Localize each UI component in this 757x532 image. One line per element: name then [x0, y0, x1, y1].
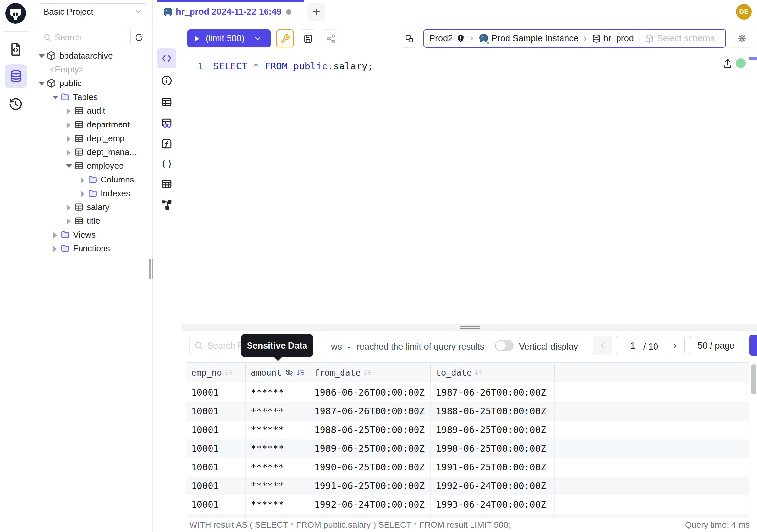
tree-item-audit[interactable]: audit: [31, 104, 153, 118]
caret-right-icon[interactable]: [66, 150, 71, 154]
table-cell[interactable]: 10001: [186, 514, 246, 517]
column-header-emp_no[interactable]: emp_no: [186, 363, 246, 383]
caret-right-icon[interactable]: [66, 122, 71, 127]
sidebar-search[interactable]: [39, 29, 126, 46]
table-cell[interactable]: ******: [246, 458, 309, 477]
code-panel-button[interactable]: [157, 48, 176, 68]
caret-right-icon[interactable]: [66, 205, 71, 209]
table-row[interactable]: 10001******1989-06-25T00:00:00Z1990-06-2…: [186, 439, 749, 458]
refresh-button[interactable]: [130, 29, 147, 46]
tree-item-functions[interactable]: Functions: [31, 241, 153, 255]
tree-item-bbdataarchive[interactable]: bbdataarchive: [31, 49, 153, 63]
table-cell[interactable]: ******: [246, 439, 309, 458]
table-cell[interactable]: 10001: [186, 495, 246, 514]
table-cell[interactable]: 1990-06-25T00:00:00Z: [431, 439, 555, 458]
save-button[interactable]: [299, 29, 317, 47]
column-header-empty[interactable]: [555, 363, 749, 383]
caret-right-icon[interactable]: [52, 232, 57, 237]
panel-resize-handle[interactable]: [460, 326, 480, 331]
table-cell[interactable]: 1992-06-24T00:00:00Z: [431, 477, 555, 495]
caret-right-icon[interactable]: [80, 177, 84, 182]
sql-editor-pane[interactable]: 1 SELECT * FROM public.salary;: [181, 55, 757, 324]
schema-select[interactable]: Select schema: [639, 30, 720, 47]
tree-item-title[interactable]: title: [31, 214, 153, 228]
table-scrollbar-thumb[interactable]: [751, 364, 756, 394]
sort-icon[interactable]: [474, 368, 483, 377]
tree-item-salary[interactable]: salary: [31, 200, 153, 214]
table-cell[interactable]: 10001: [186, 421, 246, 439]
table-cell[interactable]: [555, 495, 749, 514]
external-tables-panel-button[interactable]: [157, 174, 176, 194]
connection-button[interactable]: [401, 29, 417, 48]
table-cell[interactable]: 10001: [186, 458, 246, 477]
table-row[interactable]: 10001******1988-06-25T00:00:00Z1989-06-2…: [186, 421, 749, 439]
user-avatar[interactable]: DE: [736, 4, 752, 20]
table-cell[interactable]: 1987-06-26T00:00:00Z: [309, 402, 431, 421]
sort-icon[interactable]: [296, 368, 305, 377]
tree-item-department[interactable]: department: [31, 118, 153, 131]
prev-page-button[interactable]: [593, 336, 612, 355]
caret-right-icon[interactable]: [66, 218, 71, 223]
caret-right-icon[interactable]: [52, 246, 57, 251]
table-cell[interactable]: [555, 514, 749, 517]
tree-item-dept-mana-[interactable]: dept_mana...: [31, 145, 153, 159]
add-tab-button[interactable]: +: [307, 3, 325, 21]
info-panel-button[interactable]: [157, 71, 176, 90]
share-button[interactable]: [322, 29, 340, 47]
tree-item-indexes[interactable]: Indexes: [31, 186, 153, 200]
table-cell[interactable]: 1993-06-24T00:00:00Z: [309, 514, 431, 517]
table-cell[interactable]: 1988-06-25T00:00:00Z: [309, 421, 431, 439]
tree-item-dept-emp[interactable]: dept_emp: [31, 131, 153, 145]
run-query-button[interactable]: (limit 500): [187, 29, 271, 47]
table-cell[interactable]: ******: [246, 402, 309, 421]
tree-item--empty-[interactable]: <Empty>: [31, 63, 153, 76]
functions-panel-button[interactable]: [157, 134, 176, 154]
procedures-panel-button[interactable]: (): [157, 154, 176, 173]
upload-icon[interactable]: [722, 58, 733, 69]
next-page-button[interactable]: [666, 336, 685, 355]
sort-icon[interactable]: [225, 368, 233, 377]
table-cell[interactable]: ******: [246, 495, 309, 514]
table-cell[interactable]: 10001: [186, 383, 246, 402]
table-cell[interactable]: 10001: [186, 439, 246, 458]
export-button[interactable]: [749, 335, 757, 356]
table-cell[interactable]: [555, 458, 749, 477]
table-cell[interactable]: 1987-06-26T00:00:00Z: [431, 383, 555, 402]
tree-item-employee[interactable]: employee: [31, 159, 153, 172]
table-cell[interactable]: 1993-06-24T00:00:00Z: [431, 495, 555, 514]
table-row[interactable]: 10001******1991-06-25T00:00:00Z1992-06-2…: [186, 477, 749, 495]
table-cell[interactable]: 1989-06-25T00:00:00Z: [431, 421, 555, 439]
sidebar-search-input[interactable]: [55, 32, 122, 43]
column-header-from_date[interactable]: from_date: [309, 363, 431, 383]
caret-right-icon[interactable]: [66, 109, 71, 113]
table-row[interactable]: 10001******1986-06-26T00:00:00Z1987-06-2…: [186, 383, 749, 402]
table-row[interactable]: 10001******1990-06-25T00:00:00Z1991-06-2…: [186, 458, 749, 477]
tree-item-public[interactable]: public: [31, 76, 153, 90]
chevron-down-icon[interactable]: [254, 34, 262, 43]
vertical-display-toggle[interactable]: [495, 340, 514, 351]
table-cell[interactable]: 1990-06-25T00:00:00Z: [309, 458, 431, 477]
table-cell[interactable]: 1991-06-25T00:00:00Z: [431, 458, 555, 477]
table-cell[interactable]: 1992-06-24T00:00:00Z: [309, 495, 431, 514]
worksheets-icon[interactable]: [9, 42, 23, 56]
table-cell[interactable]: [555, 421, 749, 439]
history-icon[interactable]: [9, 97, 23, 111]
tables-panel-button[interactable]: [157, 92, 176, 112]
table-row[interactable]: 10001******1992-06-24T00:00:00Z1993-06-2…: [186, 495, 749, 514]
page-number-input[interactable]: [616, 336, 639, 355]
ai-assistant-button[interactable]: ❋: [731, 29, 753, 48]
table-cell[interactable]: [555, 402, 749, 421]
breadcrumb-connection-segment[interactable]: Prod2 Prod Sample Instance hr_prod: [424, 30, 639, 47]
table-cell[interactable]: [555, 383, 749, 402]
tab-active[interactable]: hr_prod 2024-11-22 16:49: [157, 0, 304, 22]
caret-down-icon[interactable]: [66, 164, 71, 168]
table-cell[interactable]: ******: [246, 383, 309, 402]
table-row[interactable]: 10001******1993-06-24T00:00:00Z1994-06-2…: [186, 514, 749, 517]
tree-item-tables[interactable]: Tables: [31, 90, 153, 104]
panel-resize-gutter[interactable]: [181, 324, 757, 331]
table-cell[interactable]: 1991-06-25T00:00:00Z: [309, 477, 431, 495]
bytebase-logo-icon[interactable]: [5, 3, 26, 24]
table-cell[interactable]: 10001: [186, 477, 246, 495]
databases-icon[interactable]: [9, 69, 23, 83]
table-cell[interactable]: ******: [246, 421, 309, 439]
